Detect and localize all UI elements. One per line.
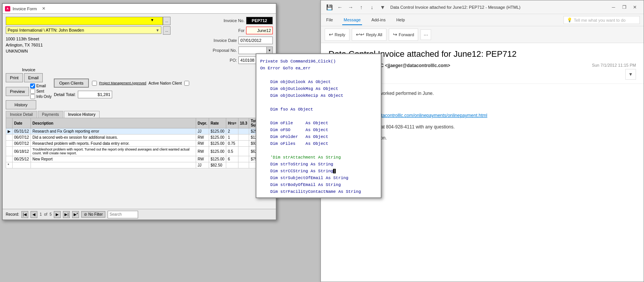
row-103 <box>238 147 249 156</box>
reply-icon: ↩ <box>329 32 333 37</box>
row-rate: $125.00 <box>209 147 226 156</box>
info-only-checkbox[interactable] <box>30 94 35 99</box>
tab-bar: Invoice Detail Payments Invoice History <box>6 111 273 118</box>
nav-new-button[interactable]: ▶* <box>72 211 79 218</box>
row-new-marker: * <box>6 162 13 168</box>
row-arrow: ▶ <box>6 128 13 135</box>
proposal-dropdown-arrow[interactable]: ▼ <box>266 47 272 54</box>
nav-next-button[interactable]: ▶ <box>54 211 61 218</box>
detail-total-label: Detail Total: <box>54 92 76 97</box>
back-icon-button[interactable]: ← <box>335 3 345 12</box>
code-line-4: Dim objOutlook As Object <box>260 79 377 85</box>
email-close-button[interactable]: ✕ <box>630 3 640 11</box>
info-only-checkbox-row: Info Only <box>30 94 52 99</box>
code-popup: Private Sub Command196_Click() On Error … <box>256 53 382 198</box>
search-input[interactable] <box>108 211 138 218</box>
ribbon-tab-message[interactable]: Message <box>342 15 362 25</box>
sent-checkbox[interactable] <box>30 89 35 94</box>
code-line-13: Dim oFiles As Object <box>260 140 377 147</box>
proposal-no-value <box>239 50 266 51</box>
invoice-window-title: Invoice Form <box>13 6 37 11</box>
table-row[interactable]: 06/18/12 Troubleshoot problem with repor… <box>6 147 273 156</box>
project-mgmt-label: Project Management Approved <box>99 81 147 85</box>
row-hrs: 1 <box>226 135 238 141</box>
table-row[interactable]: 06/07/12 Researched problem with reports… <box>6 141 273 147</box>
reply-button[interactable]: ↩ Reply <box>325 29 349 41</box>
tab-invoice-history[interactable]: Invoice History <box>64 111 100 118</box>
filter-icon: ⊘ <box>84 212 87 216</box>
row-dvpr: RW <box>196 147 209 156</box>
email-window-title: Data Control Invoice attached for June12… <box>390 5 605 10</box>
table-row[interactable]: ▶ 05/31/12 Research and Fix Graph report… <box>6 128 273 135</box>
invoice-date-value: 07/01/2012 <box>238 37 273 44</box>
code-line-2: On Error GoTo ea_err <box>260 65 377 72</box>
down-icon-button[interactable]: ↓ <box>367 3 377 12</box>
table-row-new[interactable]: * JJ $82.50 <box>6 162 273 168</box>
print-button[interactable]: Print <box>6 73 23 82</box>
code-line-18: Dim strSubjectOfEmail As String <box>260 175 377 181</box>
nav-prev-button[interactable]: ◀ <box>31 211 37 218</box>
row-desc: Troubleshoot problem with report. Turned… <box>31 147 196 156</box>
more-actions-button[interactable]: ··· <box>420 29 431 40</box>
tab-payments[interactable]: Payments <box>38 111 63 118</box>
reply-label: Reply <box>335 32 345 37</box>
row-date: 06/25/12 <box>13 156 31 162</box>
app-icon: A <box>5 6 10 11</box>
invoice-form-window: A Invoice Form ✕ ▼ ... P <box>2 3 277 220</box>
row-arrow <box>6 135 13 141</box>
ribbon-tab-help[interactable]: Help <box>395 15 407 25</box>
invoice-no-label: Invoice No. <box>214 18 245 23</box>
email-minimize-button[interactable]: ─ <box>609 3 618 11</box>
po-label: PO: <box>206 58 237 62</box>
code-line-1: Private Sub Command196_Click() <box>260 58 377 65</box>
code-line-16: Dim strToString As String <box>260 161 377 168</box>
row-hrs: 0.75 <box>226 141 238 147</box>
table-row[interactable]: 06/25/12 New Report RW $125.00 6 $750.00 <box>6 156 273 162</box>
expand-header-button[interactable]: ▼ <box>625 69 636 80</box>
preview-button[interactable]: Preview <box>6 87 29 96</box>
col-dvpr: Dvpr. <box>196 118 209 128</box>
record-navigator: Record: |◀ ◀ 1 of 5 ▶ ▶| ▶* ⊘ No Filter <box>3 209 276 220</box>
row-arrow <box>6 141 13 147</box>
email-button[interactable]: Email <box>24 73 43 82</box>
more-icon-button[interactable]: ▼ <box>378 3 387 12</box>
email-checkbox-row: Email <box>30 83 52 88</box>
tab-invoice-detail[interactable]: Invoice Detail <box>6 111 37 118</box>
invoice-date-label: Invoice Date <box>206 38 237 43</box>
tell-me-box[interactable]: 💡 Tell me what you want to do <box>564 16 640 24</box>
nav-last-button[interactable]: ▶| <box>63 211 70 218</box>
row-dvpr: RW <box>196 156 209 162</box>
email-checkbox[interactable] <box>30 83 35 88</box>
email-restore-button[interactable]: ❐ <box>619 3 629 11</box>
forward-icon-button[interactable]: → <box>346 3 355 12</box>
invoice-no-value: PEP712 <box>246 17 273 24</box>
client-dropdown[interactable]: ▼ <box>6 17 163 25</box>
row-103 <box>238 135 249 141</box>
reply-all-button[interactable]: ↩↩ Reply All <box>352 29 386 41</box>
row-hrs: 2 <box>226 128 238 135</box>
table-row[interactable]: 06/07/12 Did a second web-ex session for… <box>6 135 273 141</box>
invoice-titlebar: A Invoice Form ✕ <box>3 4 276 14</box>
row-date: 06/18/12 <box>13 147 31 156</box>
client-lookup-button[interactable]: ... <box>163 26 171 35</box>
nav-first-button[interactable]: |◀ <box>21 211 28 218</box>
invoice-label: Invoice <box>6 67 52 72</box>
invoice-close-button[interactable]: ✕ <box>41 6 47 11</box>
col-rate: Rate <box>209 118 226 128</box>
project-mgmt-checkbox[interactable] <box>92 81 97 86</box>
code-line-21 <box>260 195 377 198</box>
email-actions-bar: ↩ Reply ↩↩ Reply All ↪ Forward ··· <box>321 26 644 43</box>
ribbon-tab-addins[interactable]: Add-ins <box>370 15 387 25</box>
no-filter-button[interactable]: ⊘ No Filter <box>81 211 105 218</box>
up-icon-button[interactable]: ↑ <box>357 3 366 12</box>
active-nation-checkbox[interactable] <box>184 81 189 86</box>
email-ribbon: File Message Add-ins Help 💡 Tell me what… <box>321 14 644 26</box>
save-icon-button[interactable]: 💾 <box>325 3 334 12</box>
history-button[interactable]: History <box>6 100 36 109</box>
open-clients-button[interactable]: Open Clients <box>54 79 89 88</box>
forward-button[interactable]: ↪ Forward <box>389 29 418 41</box>
email-titlebar: 💾 ← → ↑ ↓ ▼ Data Control Invoice attache… <box>321 0 644 14</box>
row-desc: Researched problem with reports. Found d… <box>31 141 196 147</box>
client-expand-button[interactable]: ... <box>163 17 171 25</box>
ribbon-tab-file[interactable]: File <box>325 15 335 25</box>
